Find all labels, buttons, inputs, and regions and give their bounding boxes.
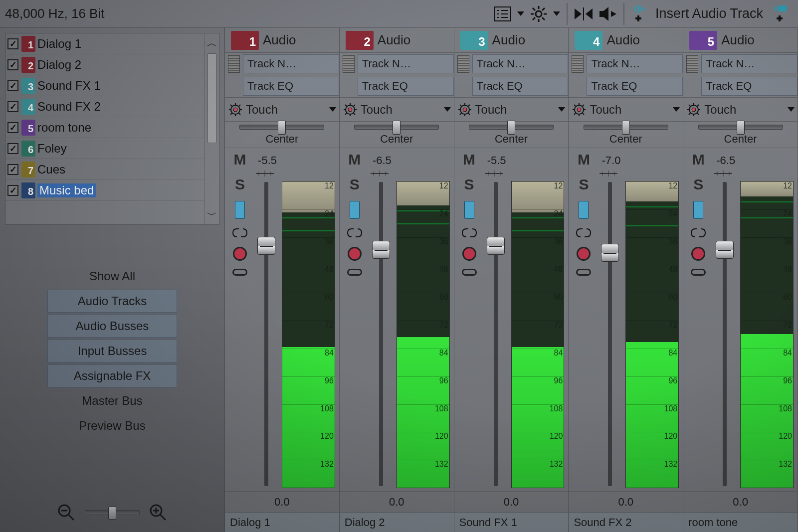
fx-slot[interactable]: Track EQ (340, 75, 454, 98)
fader-track[interactable] (379, 182, 383, 486)
record-arm-button[interactable] (233, 247, 247, 261)
fader-track[interactable] (264, 182, 268, 486)
track-checkbox[interactable] (7, 101, 18, 112)
pan-slider[interactable] (354, 125, 439, 130)
record-arm-button[interactable] (462, 247, 476, 261)
input-monitor-button[interactable] (232, 269, 247, 276)
scrollbar[interactable]: ︿ ﹀ (204, 33, 219, 224)
zoom-slider[interactable] (85, 510, 140, 515)
record-arm-button[interactable] (577, 247, 591, 261)
track-list-item[interactable]: 4Sound FX 2 (5, 96, 204, 117)
track-checkbox[interactable] (7, 80, 18, 91)
channel-name-field[interactable]: Sound FX 1 (454, 512, 569, 532)
fader-knob[interactable] (601, 244, 619, 262)
mute-button[interactable]: M (692, 151, 705, 168)
pan-handle[interactable] (507, 121, 515, 135)
automation-mode[interactable]: Touch (569, 98, 683, 122)
phase-button[interactable] (235, 201, 245, 219)
pan-slider[interactable] (469, 125, 554, 130)
phase-button[interactable] (579, 201, 589, 219)
input-busses-button[interactable]: Input Busses (47, 340, 177, 362)
automation-mode[interactable]: Touch (454, 98, 569, 122)
fx-slot[interactable]: Track EQ (225, 75, 339, 98)
pan-slider[interactable] (584, 125, 668, 130)
link-icon[interactable] (689, 227, 707, 239)
track-list-item[interactable]: 1Dialog 1 (5, 33, 204, 54)
track-list-item[interactable]: 7Cues (5, 159, 204, 180)
solo-button[interactable]: S (235, 176, 245, 193)
zoom-in-icon[interactable] (149, 503, 168, 522)
fader-knob[interactable] (487, 237, 505, 255)
track-list-item[interactable]: 5room tone (5, 117, 204, 138)
fader-knob[interactable] (372, 241, 390, 259)
fx-name-label[interactable]: Track N… (472, 54, 569, 73)
gear-dropdown-icon[interactable] (552, 3, 562, 25)
channel-header[interactable]: 1Audio (225, 28, 339, 53)
scroll-down-icon[interactable]: ﹀ (204, 205, 219, 224)
input-monitor-button[interactable] (462, 269, 477, 276)
chevron-down-icon[interactable] (673, 107, 680, 112)
fader-knob[interactable] (716, 241, 734, 259)
channel-name-field[interactable]: Dialog 2 (340, 512, 454, 532)
link-icon[interactable] (460, 227, 478, 239)
view-list-icon[interactable] (492, 3, 514, 25)
fx-name-label[interactable]: Track N… (358, 54, 454, 73)
fader-track[interactable] (494, 182, 498, 486)
automation-mode[interactable]: Touch (340, 98, 454, 122)
mute-button[interactable]: M (348, 151, 361, 168)
insert-audio-track-label[interactable]: Insert Audio Track (655, 6, 763, 21)
link-icon[interactable] (346, 227, 364, 239)
dim-speaker-icon[interactable] (597, 3, 618, 25)
track-checkbox[interactable] (7, 122, 18, 133)
fader-track[interactable] (723, 182, 727, 486)
fx-slot[interactable]: Track N… (683, 53, 798, 75)
show-all-button[interactable]: Show All (47, 265, 177, 288)
track-list-item[interactable]: 3Sound FX 1 (5, 75, 204, 96)
track-checkbox[interactable] (7, 185, 18, 196)
channel-name-field[interactable]: Dialog 1 (225, 512, 339, 532)
mute-button[interactable]: M (234, 151, 246, 168)
fader-track[interactable] (608, 182, 612, 486)
chevron-down-icon[interactable] (558, 107, 565, 112)
chevron-down-icon[interactable] (329, 107, 336, 112)
record-arm-button[interactable] (691, 247, 705, 261)
solo-button[interactable]: S (693, 176, 703, 193)
channel-header[interactable]: 3Audio (454, 28, 569, 53)
assignable-fx-button[interactable]: Assignable FX (47, 364, 177, 387)
track-list-item[interactable]: 6Foley (5, 138, 204, 159)
snap-arrows-icon[interactable] (573, 3, 595, 25)
fx-slot[interactable]: Track N… (569, 53, 683, 75)
chevron-down-icon[interactable] (788, 107, 795, 112)
fx-name-label[interactable]: Track N… (587, 54, 683, 73)
fx-eq-label[interactable]: Track EQ (243, 77, 339, 96)
preview-bus-button[interactable]: Preview Bus (47, 414, 177, 437)
channel-header[interactable]: 5Audio (683, 28, 798, 53)
fx-slot[interactable]: Track EQ (683, 75, 798, 98)
fader-knob[interactable] (257, 237, 275, 255)
fx-slot[interactable]: Track N… (225, 53, 339, 75)
link-icon[interactable] (231, 227, 249, 239)
mute-button[interactable]: M (463, 151, 475, 168)
mute-button[interactable]: M (578, 151, 590, 168)
pan-handle[interactable] (737, 121, 745, 135)
fx-slot[interactable]: Track N… (454, 53, 569, 75)
grip-icon[interactable] (572, 55, 584, 73)
phase-button[interactable] (464, 201, 474, 219)
track-list-item[interactable]: 2Dialog 2 (5, 54, 204, 75)
pan-handle[interactable] (278, 121, 286, 135)
gear-icon[interactable] (528, 3, 550, 25)
insert-bus-icon[interactable] (770, 3, 792, 25)
input-monitor-button[interactable] (576, 269, 591, 276)
master-bus-button[interactable]: Master Bus (47, 389, 177, 412)
fx-eq-label[interactable]: Track EQ (587, 77, 683, 96)
fx-eq-label[interactable]: Track EQ (358, 77, 454, 96)
chevron-down-icon[interactable] (444, 107, 451, 112)
zoom-out-icon[interactable] (57, 503, 76, 522)
track-checkbox[interactable] (7, 59, 18, 70)
scroll-up-icon[interactable]: ︿ (204, 33, 219, 52)
grip-icon[interactable] (343, 55, 355, 73)
scroll-thumb[interactable] (207, 53, 216, 143)
audio-busses-button[interactable]: Audio Busses (47, 315, 177, 338)
pan-handle[interactable] (393, 121, 400, 135)
grip-icon[interactable] (457, 55, 469, 73)
